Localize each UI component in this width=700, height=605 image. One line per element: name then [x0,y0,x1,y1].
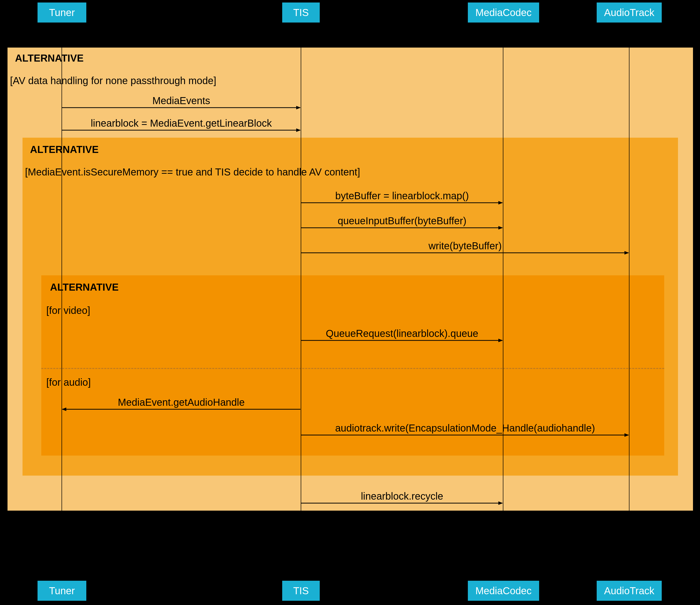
actor-tis-top: TIS [282,2,320,23]
actor-label: TIS [293,585,309,597]
actor-label: MediaCodec [475,7,532,18]
sequence-diagram: Tuner TIS MediaCodec AudioTrack Tuner TI… [0,0,700,605]
actor-label: AudioTrack [604,7,654,18]
actor-label: Tuner [49,7,75,18]
msg-getaudiohandle: MediaEvent.getAudioHandle [62,397,301,408]
actor-label: TIS [293,7,309,18]
actor-tuner-bottom: Tuner [38,581,86,601]
msg-queuerequest: QueueRequest(linearblock).queue [301,328,503,339]
msg-getlinearblock: linearblock = MediaEvent.getLinearBlock [62,118,301,129]
arrows-layer [0,0,700,605]
msg-audiotrack-write: audiotrack.write(EncapsulationMode_Handl… [301,422,629,434]
actor-audiotrack-bottom: AudioTrack [597,581,662,601]
msg-mediaevents: MediaEvents [62,95,301,106]
actor-audiotrack-top: AudioTrack [597,2,662,23]
actor-label: MediaCodec [475,585,532,597]
actor-label: AudioTrack [604,585,654,597]
actor-tis-bottom: TIS [282,581,320,601]
actor-mediacodec-top: MediaCodec [468,2,539,23]
msg-linearblock-map: byteBuffer = linearblock.map() [301,190,503,201]
actor-tuner-top: Tuner [38,2,86,23]
msg-linearblock-recycle: linearblock.recycle [301,491,503,502]
actor-label: Tuner [49,585,75,597]
msg-write-bytebuffer: write(byteBuffer) [301,240,629,251]
msg-queueinputbuffer: queueInputBuffer(byteBuffer) [301,215,503,226]
actor-mediacodec-bottom: MediaCodec [468,581,539,601]
